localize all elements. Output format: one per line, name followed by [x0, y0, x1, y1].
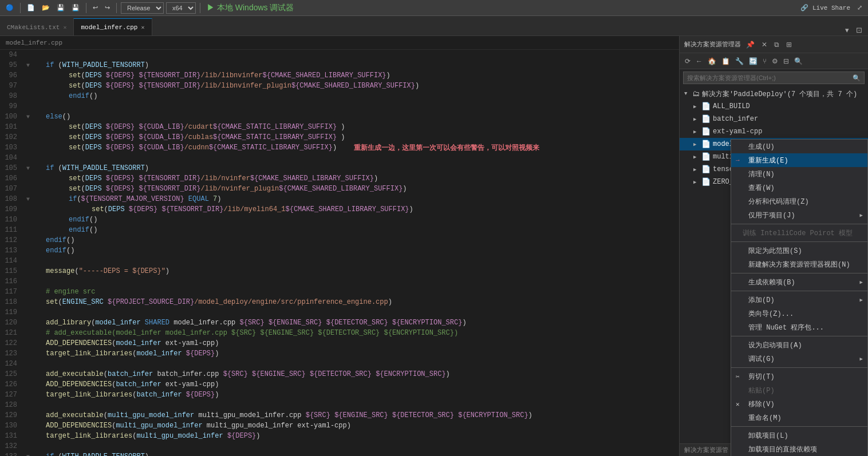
save-all-btn[interactable]: 💾 — [69, 3, 82, 13]
arch-dropdown[interactable]: x64 — [166, 2, 196, 14]
tab-bar: CMakeLists.txt ✕ model_infer.cpp ✕ ▾ ⊡ — [0, 16, 868, 36]
tree-item-batch-infer[interactable]: ▶ 📄 batch_infer — [680, 113, 868, 125]
solution-label: 解决方案'PaddleDeploy'(7 个项目，共 7 个) — [702, 89, 857, 99]
batch-infer-label: batch_infer — [713, 115, 758, 123]
ctx-startup[interactable]: 设为启动项目(A) — [731, 338, 867, 352]
table-row: 103 set(DEPS ${DEPS} ${CUDA_LIB}/cudnn${… — [0, 142, 607, 153]
auto-hide-btn[interactable]: ⊞ — [784, 39, 794, 50]
table-row: 122 ADD_DEPENDENCIES(model_infer ext-yam… — [0, 338, 607, 348]
tab-cmakelists[interactable]: CMakeLists.txt ✕ — [0, 18, 73, 35]
save-btn[interactable]: 💾 — [54, 3, 67, 13]
ctx-cut[interactable]: ✂ 剪切(T) — [731, 370, 867, 383]
float-btn[interactable]: ⧉ — [772, 39, 781, 50]
ctx-debug[interactable]: 调试(G) — [731, 352, 867, 366]
solution-icon: 🗂 — [692, 90, 700, 98]
collapse-btn[interactable]: ⊟ — [782, 56, 791, 66]
vs-logo-btn[interactable]: 🔵 — [3, 3, 16, 13]
ctx-rebuild[interactable]: → 重新生成(E) — [731, 153, 867, 167]
table-row: 125 add_executable(batch_infer batch_inf… — [0, 369, 607, 379]
cut-icon: ✂ — [736, 373, 740, 380]
table-row: 113 endif() — [0, 245, 607, 256]
new-file-btn[interactable]: 📄 — [25, 3, 37, 13]
solution-root-item[interactable]: ▼ 🗂 解决方案'PaddleDeploy'(7 个项目，共 7 个) — [680, 88, 868, 100]
code-area: model_infer.cpp 94 95 ▼ if (WITH_PADDLE_… — [0, 36, 679, 456]
remove-icon: ✕ — [736, 401, 740, 408]
solution-explorer-panel: 解决方案资源管理器 📌 ✕ ⧉ ⊞ ⟳ ← 🏠 📋 🔧 🔄 ⑂ ⚙ ⊟ 🔍 🔍 — [679, 36, 868, 456]
table-row: 119 — [0, 307, 607, 318]
table-row: 115 message("-----DEPS = ${DEPS}") — [0, 266, 607, 276]
new-solution-btn[interactable]: 📋 — [720, 56, 732, 66]
ctx-rename[interactable]: 重命名(M) — [731, 411, 867, 425]
table-row: 98 endif() — [0, 91, 607, 101]
properties-btn[interactable]: 🔧 — [733, 56, 745, 66]
ctx-view[interactable]: 查看(W) — [731, 181, 867, 195]
close-panel-btn[interactable]: ✕ — [760, 39, 769, 50]
table-row: 110 endif() — [0, 215, 607, 225]
main-layout: model_infer.cpp 94 95 ▼ if (WITH_PADDLE_… — [0, 36, 868, 456]
ctx-sep2 — [731, 241, 867, 242]
ctx-analyze[interactable]: 分析和代码清理(Z) — [731, 195, 867, 208]
ctx-build[interactable]: 生成(U) — [731, 140, 867, 153]
table-row: 132 — [0, 441, 607, 451]
table-row: 128 — [0, 400, 607, 410]
tab-list-btn[interactable]: ▾ — [843, 25, 851, 35]
filter-btn[interactable]: ⚙ — [770, 56, 780, 66]
zero-icon: 📄 — [701, 177, 711, 187]
undo-btn[interactable]: ↩ — [90, 3, 100, 13]
ctx-project-only[interactable]: 仅用于项目(J) — [731, 208, 867, 222]
table-row: 120 add_library(model_infer SHARED model… — [0, 318, 607, 328]
ctx-clean[interactable]: 清理(N) — [731, 167, 867, 181]
expand-btn[interactable]: ⤢ — [855, 3, 865, 13]
tab-model-infer[interactable]: model_infer.cpp ✕ — [73, 18, 152, 35]
git-btn[interactable]: ⑂ — [761, 56, 768, 66]
sep1 — [20, 3, 21, 13]
panel-toolbar: ⟳ ← 🏠 📋 🔧 🔄 ⑂ ⚙ ⊟ 🔍 — [680, 53, 868, 69]
ctx-unload[interactable]: 卸载项目(L) — [731, 429, 867, 442]
search-bar[interactable]: 🔍 — [683, 72, 865, 84]
split-editor-btn[interactable]: ⊡ — [854, 25, 865, 35]
context-menu: 生成(U) → 重新生成(E) 清理(N) 查看(W) 分析和代码清理(Z) 仅… — [731, 139, 868, 456]
config-dropdown[interactable]: Release — [121, 2, 164, 14]
ctx-scope[interactable]: 限定为此范围(S) — [731, 244, 867, 257]
search-input[interactable] — [687, 74, 850, 81]
search-panel-btn[interactable]: 🔍 — [792, 56, 804, 66]
tree-item-all-build[interactable]: ▶ 📄 ALL_BUILD — [680, 100, 868, 113]
ctx-sep5 — [731, 336, 867, 336]
ctx-load-direct[interactable]: 加载项目的直接依赖项 — [731, 442, 867, 456]
sync-btn[interactable]: ⟳ — [683, 56, 692, 66]
pin-btn[interactable]: 📌 — [744, 39, 756, 50]
ctx-nuget[interactable]: 管理 NuGet 程序包... — [731, 320, 867, 334]
redo-btn[interactable]: ↪ — [102, 3, 112, 13]
table-row: 109 set(DEPS ${DEPS} ${TENSORRT_DIR}/lib… — [0, 204, 607, 215]
live-share-label[interactable]: 🔗 Live Share — [800, 4, 850, 11]
home-btn[interactable]: 🏠 — [706, 56, 718, 66]
solution-chevron-icon: ▼ — [684, 91, 690, 97]
multi-chevron-icon: ▶ — [693, 154, 699, 160]
ctx-add[interactable]: 添加(D) — [731, 293, 867, 307]
ext-yaml-chevron-icon: ▶ — [693, 129, 699, 135]
ctx-sep1 — [731, 224, 867, 224]
table-row: 101 set(DEPS ${DEPS} ${CUDA_LIB}/cudart$… — [0, 122, 607, 132]
table-row: 129 add_executable(multi_gpu_model_infer… — [0, 410, 607, 421]
ctx-sep6 — [731, 367, 867, 368]
back-btn[interactable]: ← — [694, 56, 704, 66]
ctx-new-view[interactable]: 新建解决方案资源管理器视图(N) — [731, 257, 867, 271]
code-scroll[interactable]: 94 95 ▼ if (WITH_PADDLE_TENSORRT) 96 set… — [0, 50, 679, 456]
table-row: 118 set(ENGINE_SRC ${PROJECT_SOURCE_DIR}… — [0, 297, 607, 307]
open-btn[interactable]: 📂 — [40, 3, 52, 13]
sep4 — [200, 3, 200, 13]
run-btn[interactable]: ▶ 本地 Windows 调试器 — [204, 3, 296, 13]
ctx-dependencies[interactable]: 生成依赖项(B) — [731, 275, 867, 289]
refresh-btn[interactable]: 🔄 — [747, 56, 759, 66]
tenso-chevron-icon: ▶ — [693, 166, 699, 173]
ctx-remove[interactable]: ✕ 移除(V) — [731, 397, 867, 411]
tab-model-infer-close[interactable]: ✕ — [141, 24, 144, 31]
ctx-intellicode: 训练 IntelliCode Poirot 模型 — [731, 226, 867, 240]
live-share-area: 🔗 Live Share ⤢ — [800, 3, 865, 13]
table-row: 116 — [0, 276, 607, 287]
tree-item-ext-yaml[interactable]: ▶ 📄 ext-yaml-cpp — [680, 125, 868, 138]
tab-cmakelists-close[interactable]: ✕ — [63, 24, 66, 31]
ctx-class-wizard[interactable]: 类向导(Z)... — [731, 307, 867, 320]
ctx-paste[interactable]: 粘贴(P) — [731, 383, 867, 397]
table-row: 96 set(DEPS ${DEPS} ${TENSORRT_DIR}/lib/… — [0, 70, 607, 81]
